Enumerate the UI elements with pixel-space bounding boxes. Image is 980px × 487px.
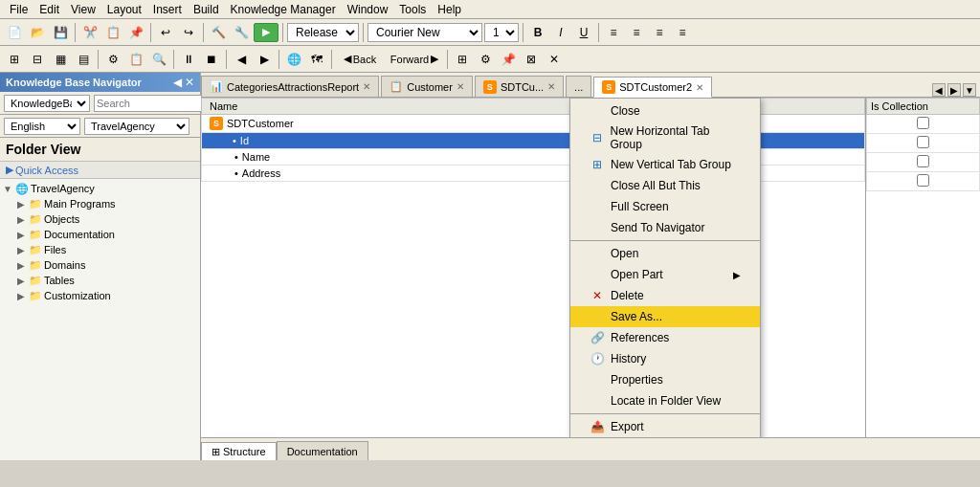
menu-insert[interactable]: Insert — [147, 1, 188, 18]
ctx-full-screen[interactable]: Full Screen — [570, 196, 760, 217]
close-main-btn[interactable]: ✕ — [544, 49, 565, 70]
tb2-btn4[interactable]: ▤ — [73, 49, 94, 70]
checkbox-1[interactable] — [917, 136, 929, 148]
ctx-properties[interactable]: Properties — [570, 369, 760, 390]
stop-btn[interactable]: ⏹ — [201, 49, 222, 70]
checkbox-0[interactable] — [917, 117, 929, 129]
table-row[interactable]: • Id Id — [202, 133, 865, 149]
menu-help[interactable]: Help — [432, 1, 467, 18]
tab-customer[interactable]: 📋 Customer ✕ — [381, 76, 473, 97]
bottom-tab-documentation[interactable]: Documentation — [277, 441, 368, 460]
ctx-close-all-but[interactable]: Close All But This — [570, 175, 760, 196]
menu-window[interactable]: Window — [342, 1, 394, 18]
font-name-dropdown[interactable]: Courier New — [368, 23, 482, 42]
cut-btn[interactable]: ✂️ — [79, 22, 100, 43]
ctx-references[interactable]: 🔗 References — [570, 327, 760, 348]
ctx-locate[interactable]: Locate in Folder View — [570, 390, 760, 411]
tb2-btn2[interactable]: ⊟ — [27, 49, 48, 70]
ctx-send-navigator[interactable]: Send To Navigator — [570, 217, 760, 238]
tree-domains[interactable]: ▶ 📁 Domains — [15, 257, 198, 273]
save-btn[interactable]: 💾 — [50, 22, 71, 43]
tb2-btn5[interactable]: ⚙ — [102, 49, 123, 70]
table-row[interactable]: • Name Name — [202, 149, 865, 166]
tree-files[interactable]: ▶ 📁 Files — [15, 242, 198, 257]
tab-sdtcustomer2[interactable]: S SDTCustomer2 ✕ — [593, 77, 712, 98]
tb2-btn3[interactable]: ▦ — [50, 49, 71, 70]
quick-access[interactable]: ▶ Quick Access — [0, 162, 200, 179]
bottom-tab-structure[interactable]: ⊞ Structure — [201, 442, 277, 460]
tab-sdtcu[interactable]: S SDTCu... ✕ — [475, 76, 564, 97]
tab-overflow[interactable]: ... — [566, 76, 591, 97]
align-right-btn[interactable]: ≡ — [649, 22, 670, 43]
kb-dropdown[interactable]: KnowledgeBase — [4, 95, 90, 112]
redo-btn[interactable]: ↪ — [178, 22, 199, 43]
panel-close-btn[interactable]: ✕ — [185, 76, 194, 89]
ctx-delete[interactable]: ✕ Delete — [570, 285, 760, 306]
tab-next-btn[interactable]: ▶ — [947, 83, 961, 97]
paste-btn[interactable]: 📌 — [125, 22, 146, 43]
tab-prev-btn[interactable]: ◀ — [932, 83, 946, 97]
menu-tools[interactable]: Tools — [393, 1, 432, 18]
tb2-btn6[interactable]: 📋 — [125, 49, 146, 70]
menu-layout[interactable]: Layout — [101, 1, 147, 18]
tb2-btn1[interactable]: ⊞ — [4, 49, 25, 70]
forward-btn2[interactable]: ▶ — [254, 49, 275, 70]
tab-categories[interactable]: 📊 CategoriesAttractionsReport ✕ — [201, 76, 379, 97]
window-btn[interactable]: ⊠ — [521, 49, 542, 70]
tab-close-sdtcustomer2[interactable]: ✕ — [696, 82, 703, 93]
ctx-save-as[interactable]: Save As... — [570, 306, 760, 327]
ctx-new-h-tab[interactable]: ⊟ New Horizontal Tab Group — [570, 122, 760, 154]
copy-btn[interactable]: 📋 — [102, 22, 123, 43]
panel-arrow-btn[interactable]: ◀ — [173, 76, 182, 89]
tab-close-sdtcu[interactable]: ✕ — [547, 81, 555, 92]
menu-file[interactable]: File — [4, 1, 33, 18]
tree-documentation[interactable]: ▶ 📁 Documentation — [15, 227, 198, 242]
build-btn[interactable]: 🔨 — [208, 22, 229, 43]
tree-customization[interactable]: ▶ 📁 Customization — [15, 288, 198, 303]
tree-root[interactable]: ▼ 🌐 TravelAgency — [2, 181, 198, 196]
back-btn2[interactable]: ◀ — [231, 49, 252, 70]
menu-edit[interactable]: Edit — [33, 1, 65, 18]
pause-btn[interactable]: ⏸ — [178, 49, 199, 70]
tree-main-programs[interactable]: ▶ 📁 Main Programs — [15, 196, 198, 211]
rebuild-btn[interactable]: 🔧 — [231, 22, 252, 43]
tab-close-customer[interactable]: ✕ — [457, 81, 464, 92]
pin-btn[interactable]: 📌 — [498, 49, 519, 70]
ctx-history[interactable]: 🕐 History — [570, 348, 760, 369]
open-btn[interactable]: 📂 — [27, 22, 48, 43]
tab-close-categories[interactable]: ✕ — [363, 81, 370, 92]
underline-btn[interactable]: U — [573, 22, 594, 43]
tree-objects[interactable]: ▶ 📁 Objects — [15, 211, 198, 227]
agent-dropdown[interactable]: TravelAgency — [84, 118, 189, 135]
menu-knowledge-manager[interactable]: Knowledge Manager — [225, 1, 342, 18]
play-button[interactable]: ▶ — [254, 23, 278, 42]
ctx-open-part[interactable]: Open Part ▶ — [570, 264, 760, 285]
forward3[interactable]: Forward ▶ — [386, 49, 443, 70]
lang-dropdown[interactable]: English — [4, 118, 80, 135]
menu-view[interactable]: View — [65, 1, 101, 18]
release-dropdown[interactable]: Release — [287, 23, 359, 42]
globe-btn[interactable]: 🌐 — [283, 49, 304, 70]
ctx-export[interactable]: 📤 Export — [570, 416, 760, 437]
table-row[interactable]: • Address Address — [202, 166, 865, 182]
undo-btn[interactable]: ↩ — [155, 22, 176, 43]
align-center-btn[interactable]: ≡ — [626, 22, 647, 43]
more-btn[interactable]: ⊞ — [452, 49, 473, 70]
font-size-dropdown[interactable]: 10 — [484, 23, 519, 42]
tb2-btn7[interactable]: 🔍 — [148, 49, 169, 70]
menu-build[interactable]: Build — [188, 1, 225, 18]
bold-btn[interactable]: B — [527, 22, 548, 43]
back3[interactable]: ◀ Back — [336, 49, 384, 70]
table-row[interactable]: S SDTCustomer — [202, 115, 865, 133]
tree-tables[interactable]: ▶ 📁 Tables — [15, 273, 198, 288]
checkbox-3[interactable] — [917, 174, 929, 187]
settings-btn[interactable]: ⚙ — [475, 49, 496, 70]
ctx-new-v-tab[interactable]: ⊞ New Vertical Tab Group — [570, 154, 760, 175]
ctx-open[interactable]: Open — [570, 243, 760, 264]
new-btn[interactable]: 📄 — [4, 22, 25, 43]
align-left-btn[interactable]: ≡ — [603, 22, 624, 43]
tab-list-btn[interactable]: ▼ — [963, 83, 976, 97]
justify-btn[interactable]: ≡ — [672, 22, 693, 43]
checkbox-2[interactable] — [917, 155, 929, 167]
ctx-close[interactable]: Close — [570, 100, 760, 122]
